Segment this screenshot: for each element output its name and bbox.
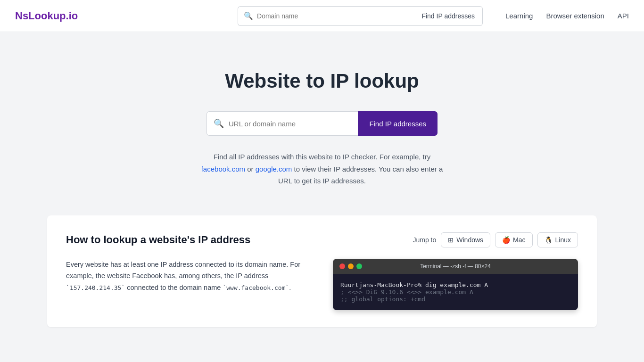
linux-button[interactable]: 🐧 Linux — [537, 232, 578, 247]
highlight-domain: `www.facebook.com` — [223, 284, 289, 291]
terminal-line-2: ; <<>> DiG 9.10.6 <<>> example.com A — [340, 288, 570, 296]
hero-title: Website to IP lookup — [225, 70, 419, 92]
nav-learning[interactable]: Learning — [505, 12, 533, 20]
body-text-1: Every website has at least one IP addres… — [66, 261, 300, 280]
mac-icon: 🍎 — [502, 236, 510, 244]
mac-button[interactable]: 🍎 Mac — [495, 232, 532, 247]
jump-to-label: Jump to — [413, 236, 436, 244]
terminal-body: Ruurtjans-MacBook-Pro% dig example.com A… — [333, 274, 578, 310]
mac-label: Mac — [513, 236, 525, 244]
hero-search-input[interactable] — [229, 120, 351, 128]
header-nav: Learning Browser extension API — [505, 12, 629, 20]
hero-search-icon: 🔍 — [214, 118, 224, 129]
header: NsLookup.io 🔍 Find IP addresses Learning… — [0, 0, 644, 32]
terminal-title: Terminal — -zsh -f — 80×24 — [420, 263, 491, 270]
hero-description: Find all IP addresses with this website … — [199, 151, 445, 187]
terminal-line-1: Ruurtjans-MacBook-Pro% dig example.com A — [340, 281, 570, 288]
nav-browser-extension[interactable]: Browser extension — [546, 12, 604, 20]
windows-button[interactable]: ⊞ Windows — [441, 232, 490, 247]
terminal-dot-red — [339, 263, 345, 269]
search-icon: 🔍 — [244, 11, 253, 20]
header-search-box: 🔍 — [238, 6, 414, 26]
terminal-wrapper: Terminal — -zsh -f — 80×24 Ruurtjans-Mac… — [333, 259, 578, 310]
content-header: How to lookup a website's IP address Jum… — [66, 232, 578, 247]
linux-label: Linux — [555, 236, 571, 244]
hero-section: Website to IP lookup 🔍 Find IP addresses… — [0, 32, 644, 215]
hero-link-google[interactable]: google.com — [256, 165, 292, 173]
header-search-input[interactable] — [257, 12, 408, 20]
windows-icon: ⊞ — [448, 236, 454, 244]
hero-desc-before: Find all IP addresses with this website … — [214, 153, 430, 161]
content-title: How to lookup a website's IP address — [66, 234, 250, 246]
terminal-dots — [339, 263, 362, 269]
header-find-button[interactable]: Find IP addresses — [414, 6, 483, 26]
linux-icon: 🐧 — [545, 236, 553, 244]
terminal-line-3: ;; global options: +cmd — [340, 296, 570, 303]
hero-search-box: 🔍 — [206, 111, 358, 136]
highlight-ip: `157.240.214.35` — [66, 284, 125, 291]
hero-find-button[interactable]: Find IP addresses — [358, 111, 438, 136]
how-to-section: How to lookup a website's IP address Jum… — [47, 215, 597, 327]
jump-to-wrapper: Jump to ⊞ Windows 🍎 Mac 🐧 Linux — [413, 232, 578, 247]
terminal-dot-yellow — [348, 263, 354, 269]
terminal-dot-green — [356, 263, 362, 269]
logo[interactable]: NsLookup.io — [15, 10, 78, 22]
header-search-wrapper: 🔍 Find IP addresses — [238, 6, 483, 26]
nav-api[interactable]: API — [618, 12, 629, 20]
windows-label: Windows — [456, 236, 483, 244]
content-text: Every website has at least one IP addres… — [66, 259, 318, 294]
hero-search-wrapper: 🔍 Find IP addresses — [206, 111, 438, 136]
content-body: Every website has at least one IP addres… — [66, 259, 578, 310]
hero-link-facebook[interactable]: facebook.com — [201, 165, 245, 173]
terminal-titlebar: Terminal — -zsh -f — 80×24 — [333, 259, 578, 274]
